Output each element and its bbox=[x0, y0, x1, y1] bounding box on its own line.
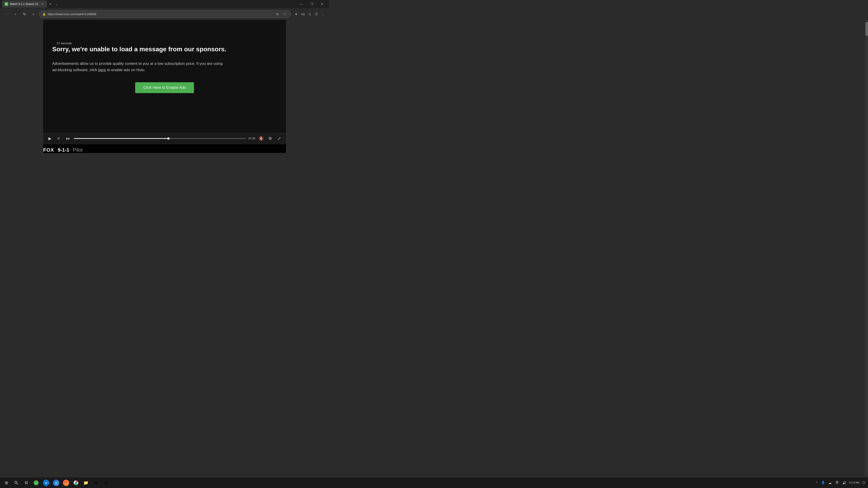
read-aloud-button[interactable]: Aa bbox=[300, 11, 306, 17]
forward-button[interactable]: › bbox=[12, 10, 19, 18]
tab-favicon: H bbox=[4, 2, 8, 6]
minimize-button[interactable]: — bbox=[296, 0, 307, 8]
home-button[interactable]: ⌂ bbox=[30, 10, 37, 18]
sponsor-error-title: Sorry, we're unable to load a message fr… bbox=[52, 45, 247, 53]
favorites-button[interactable]: ★ bbox=[293, 11, 299, 17]
new-tab-button[interactable]: + bbox=[47, 1, 53, 7]
favorites-star-icon[interactable]: ☆ bbox=[281, 11, 288, 17]
time-display: 07:29 bbox=[248, 137, 255, 140]
progress-filled bbox=[74, 138, 168, 139]
video-player: 57 seconds Sorry, we're unable to load a… bbox=[43, 20, 286, 144]
address-bar-right-icons: ⧉ ☆ bbox=[274, 11, 288, 17]
show-name: 9-1-1 bbox=[58, 147, 69, 153]
share-button[interactable]: ⎙ bbox=[307, 11, 313, 17]
settings-button[interactable]: … bbox=[320, 11, 327, 17]
tab-group: H Watch 9-1-1 Season 01 ✕ + ⌄ bbox=[2, 0, 60, 8]
tab-close-button[interactable]: ✕ bbox=[41, 2, 44, 6]
ad-timer: 57 seconds bbox=[57, 41, 72, 45]
split-view-icon[interactable]: ⧉ bbox=[274, 11, 281, 17]
progress-bar[interactable] bbox=[74, 138, 246, 139]
url-display: https://www.hulu.com/watch/1199868 bbox=[48, 12, 272, 16]
skip-button[interactable]: ⏭ bbox=[65, 135, 71, 142]
show-network: FOX bbox=[43, 147, 54, 153]
here-link[interactable]: here bbox=[98, 68, 106, 72]
title-bar: H Watch 9-1-1 Season 01 ✕ + ⌄ — ❐ ✕ bbox=[0, 0, 329, 8]
tab-dropdown-button[interactable]: ⌄ bbox=[53, 1, 60, 7]
toolbar-right: ★ Aa ⎙ ☰ … bbox=[293, 11, 327, 17]
close-button[interactable]: ✕ bbox=[317, 0, 327, 8]
show-info: FOX 9-1-1 Pilot bbox=[43, 144, 286, 153]
ad-blocker-message: 57 seconds Sorry, we're unable to load a… bbox=[43, 20, 286, 133]
show-episode: Pilot bbox=[73, 147, 83, 153]
mute-button[interactable]: 🔇 bbox=[258, 135, 264, 142]
tab-title: Watch 9-1-1 Season 01 bbox=[10, 2, 39, 6]
maximize-button[interactable]: ❐ bbox=[307, 0, 317, 8]
lock-icon: 🔒 bbox=[42, 12, 46, 16]
rewind-button[interactable]: ↺ bbox=[56, 135, 62, 142]
back-button[interactable]: ‹ bbox=[3, 10, 10, 18]
video-container: 57 seconds Sorry, we're unable to load a… bbox=[43, 20, 286, 153]
address-input-wrap[interactable]: 🔒 https://www.hulu.com/watch/1199868 ⧉ ☆ bbox=[39, 10, 291, 18]
progress-thumb bbox=[167, 137, 169, 140]
browser-content: 57 seconds Sorry, we're unable to load a… bbox=[0, 20, 329, 156]
ad-desc-part2: to enable ads on Hulu. bbox=[106, 68, 145, 72]
play-button[interactable]: ▶ bbox=[47, 135, 53, 142]
settings-icon[interactable]: ⚙ bbox=[267, 135, 273, 142]
collections-button[interactable]: ☰ bbox=[313, 11, 320, 17]
svg-text:↺: ↺ bbox=[57, 137, 60, 140]
refresh-button[interactable]: ↻ bbox=[21, 10, 28, 18]
window-controls: — ❐ ✕ bbox=[296, 0, 327, 8]
tab-bar: H Watch 9-1-1 Season 01 ✕ + ⌄ bbox=[2, 0, 60, 8]
enable-ads-button[interactable]: Click Here to Enable Ads bbox=[135, 82, 194, 93]
fullscreen-button[interactable]: ⤢ bbox=[276, 135, 282, 142]
ad-description-text: Advertisements allow us to provide quali… bbox=[52, 61, 228, 73]
address-bar: ‹ › ↻ ⌂ 🔒 https://www.hulu.com/watch/119… bbox=[0, 8, 329, 20]
video-controls: ▶ ↺ ⏭ 07:29 🔇 ⚙ ⤢ bbox=[43, 133, 286, 144]
active-tab[interactable]: H Watch 9-1-1 Season 01 ✕ bbox=[2, 0, 47, 8]
